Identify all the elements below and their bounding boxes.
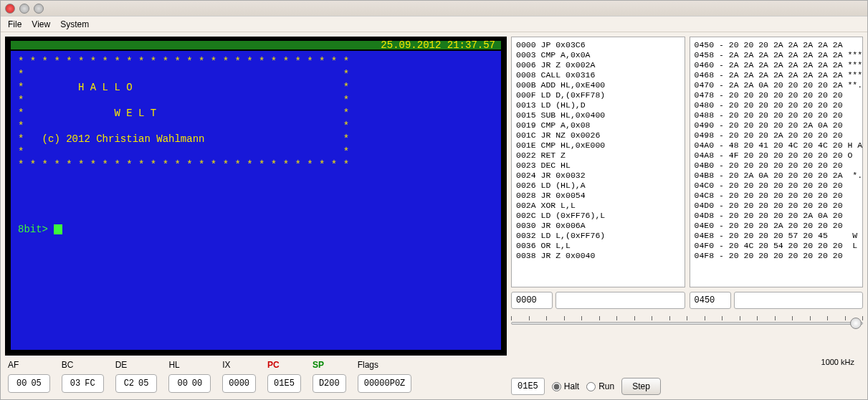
speed-slider[interactable] bbox=[511, 316, 863, 330]
memory-dump-listing[interactable]: 0450 - 20 20 20 2A 2A 2A 2A 2A ***** 045… bbox=[690, 37, 864, 287]
reg-sp-label: SP bbox=[313, 360, 346, 370]
content-area: 25.09.2012 21:37.57 * * * * * * * * * * … bbox=[1, 32, 867, 399]
reg-de-value[interactable]: C205 bbox=[115, 374, 158, 393]
prompt: 8bit> bbox=[18, 224, 62, 235]
reg-bc-label: BC bbox=[62, 360, 104, 370]
reg-bc-value[interactable]: 03FC bbox=[62, 374, 104, 393]
disasm-cmd-input[interactable] bbox=[555, 292, 685, 309]
reg-af-label: AF bbox=[8, 360, 50, 370]
menubar: File View System bbox=[1, 16, 867, 32]
titlebar bbox=[1, 1, 867, 16]
cursor-icon bbox=[54, 224, 62, 234]
right-panel: 0000 JP 0x03C6 0003 CMP A,0x0A 0006 JR Z… bbox=[511, 37, 863, 395]
reg-pc-label: PC bbox=[267, 360, 301, 370]
maximize-icon[interactable] bbox=[34, 4, 44, 14]
app-window: File View System 25.09.2012 21:37.57 * *… bbox=[0, 0, 868, 400]
close-icon[interactable] bbox=[5, 4, 15, 14]
reg-ix-value[interactable]: 0000 bbox=[222, 374, 256, 393]
reg-pc-value[interactable]: 01E5 bbox=[267, 374, 301, 393]
memdump-addr-input[interactable] bbox=[690, 292, 731, 309]
memdump-cmd-input[interactable] bbox=[734, 292, 864, 309]
reg-hl-value[interactable]: 0000 bbox=[168, 374, 211, 393]
run-radio[interactable]: Run bbox=[586, 381, 614, 391]
screen-text: * * * * * * * * * * * * * * * * * * * * … bbox=[11, 51, 501, 240]
reg-ix-label: IX bbox=[222, 360, 256, 370]
reg-de-label: DE bbox=[115, 360, 158, 370]
disassembly-listing[interactable]: 0000 JP 0x03C6 0003 CMP A,0x0A 0006 JR Z… bbox=[511, 37, 685, 287]
registers-panel: AF 0005 BC 03FC DE C205 HL 0000 IX 000 bbox=[5, 360, 507, 393]
reg-hl-label: HL bbox=[168, 360, 211, 370]
screen-timestamp: 25.09.2012 21:37.57 bbox=[381, 39, 495, 51]
left-panel: 25.09.2012 21:37.57 * * * * * * * * * * … bbox=[5, 37, 507, 395]
halt-radio[interactable]: Halt bbox=[552, 381, 579, 391]
reg-sp-value[interactable]: D200 bbox=[313, 374, 346, 393]
slider-thumb-icon[interactable] bbox=[850, 318, 862, 329]
menu-system[interactable]: System bbox=[60, 19, 89, 29]
menu-view[interactable]: View bbox=[32, 19, 50, 29]
pc-display[interactable]: 01E5 bbox=[511, 378, 545, 395]
minimize-icon[interactable] bbox=[19, 4, 29, 14]
reg-flags-value[interactable]: 00000P0Z bbox=[358, 374, 412, 393]
frequency-label: 1000 kHz bbox=[821, 358, 854, 366]
step-button[interactable]: Step bbox=[621, 378, 661, 395]
reg-af-value[interactable]: 0005 bbox=[8, 374, 50, 393]
reg-flags-label: Flags bbox=[358, 360, 412, 370]
emulator-screen: 25.09.2012 21:37.57 * * * * * * * * * * … bbox=[5, 37, 507, 356]
disasm-addr-input[interactable] bbox=[511, 292, 553, 309]
menu-file[interactable]: File bbox=[8, 19, 22, 29]
